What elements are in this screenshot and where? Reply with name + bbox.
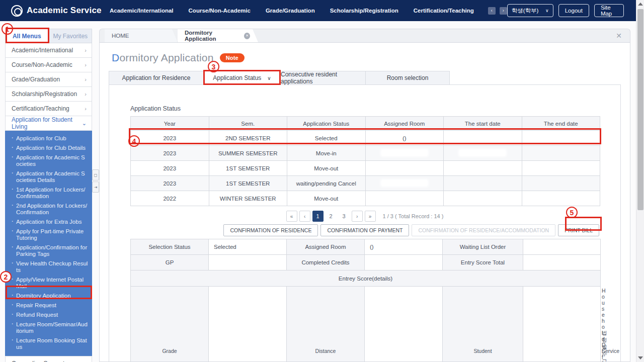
- confirmation-of-residence-button[interactable]: CONFIRMATION OF RESIDENCE: [223, 224, 318, 236]
- pagination-next-button[interactable]: ›: [352, 211, 363, 222]
- submenu-internet-postal-mail[interactable]: Apply/View Internet Postal Mail: [5, 275, 92, 291]
- chevron-right-icon: ›: [85, 360, 87, 362]
- page-scrollbar[interactable]: [636, 0, 644, 362]
- table-row[interactable]: 2023 SUMMER SEMESTER Move-in: [131, 146, 600, 161]
- scrollbar-thumb[interactable]: [637, 9, 643, 210]
- waiting-list-order-label: Waiting List Order: [443, 239, 523, 255]
- detail-grade-label: Grade: [131, 287, 209, 362]
- submenu-repair-request[interactable]: Repair Request: [5, 301, 92, 310]
- submenu-application-for-club-details[interactable]: Application for Club Details: [5, 143, 92, 153]
- pagination-page-3[interactable]: 3: [339, 211, 350, 222]
- sidebar-item-scholarship-registration[interactable]: Scholarship/Registration ›: [5, 87, 92, 102]
- chevron-down-icon: ∨: [545, 8, 549, 13]
- tab-application-status[interactable]: Application Status ∨: [204, 71, 281, 85]
- entry-score-total-value: [523, 255, 601, 270]
- waiting-list-order-value: [523, 239, 601, 255]
- detail-distance-label: Distance: [287, 287, 365, 362]
- topnav-course-non-academic[interactable]: Course/Non-Academic: [189, 8, 251, 14]
- cell-room: [365, 191, 444, 206]
- sidebar-tab-all-menus[interactable]: All Menus: [5, 29, 49, 43]
- topnav-grade-graduation[interactable]: Grade/Graduation: [266, 8, 315, 14]
- confirmation-of-payment-button[interactable]: CONFIRMATION OF PAYMENT: [320, 224, 409, 236]
- topnav-scholarship-registration[interactable]: Scholarship/Registration: [330, 8, 398, 14]
- cell-year: 2023: [131, 131, 209, 146]
- topnav-academic-international[interactable]: Academic/International: [110, 8, 174, 14]
- role-select[interactable]: 학생(학부) ∨: [507, 4, 553, 17]
- scroll-up-arrow-icon[interactable]: [638, 3, 643, 6]
- note-badge[interactable]: Note: [220, 53, 245, 62]
- cell-status: Selected: [287, 131, 366, 146]
- cell-start: [444, 161, 522, 176]
- submenu-2nd-application-lockers[interactable]: 2nd Application for Lockers/Confirmation: [5, 201, 92, 217]
- chevron-right-icon: ›: [85, 76, 87, 82]
- submenu-1st-application-lockers[interactable]: 1st Application for Lockers/Confirmation: [5, 185, 92, 201]
- role-select-value: 학생(학부): [512, 7, 539, 15]
- sidebar-item-label: Application for Student Living: [12, 116, 82, 130]
- topnav-certification-teaching[interactable]: Certification/Teaching: [414, 8, 474, 14]
- pagination-last-button[interactable]: »: [365, 211, 376, 222]
- tab-home[interactable]: HOME: [105, 29, 178, 42]
- submenu-health-checkup-results[interactable]: View Health Checkup Results: [5, 259, 92, 275]
- submenu-lecture-room-seminar-auditorium[interactable]: Lecture Room/Seminar/Auditorium: [5, 320, 92, 336]
- sitemap-button[interactable]: Site Map: [594, 4, 624, 17]
- submenu-application-extra-jobs[interactable]: Application for Extra Jobs: [5, 217, 92, 227]
- pagination-first-button[interactable]: «: [286, 211, 297, 222]
- sidebar-item-course-non-academic[interactable]: Course/Non-Academic ›: [5, 58, 92, 72]
- submenu-parking-tags[interactable]: Application/Confirmation for Parking Tag…: [5, 243, 92, 259]
- sidebar-item-counseling-support[interactable]: Counseling Support ›: [5, 356, 92, 362]
- sidebar-item-certification-teaching[interactable]: Certification/Teaching ›: [5, 102, 92, 116]
- submenu-application-academic-societies[interactable]: Application for Academic Societies: [5, 153, 92, 169]
- cell-start: [444, 191, 522, 206]
- submenu-lecture-room-booking-status[interactable]: Lecture Room Booking Status: [5, 336, 92, 352]
- tab-close-icon[interactable]: ✕: [244, 33, 250, 39]
- col-application-status: Application Status: [287, 117, 366, 131]
- selection-status-label: Selection Status: [131, 239, 209, 255]
- detail-student-label: Student: [443, 287, 523, 362]
- redacted-value: [381, 180, 428, 186]
- nav-scroll-left-icon[interactable]: ‹: [488, 7, 496, 15]
- tab-dormitory-application[interactable]: Dormitory Application ✕: [178, 29, 258, 42]
- scroll-down-arrow-icon[interactable]: [638, 356, 643, 359]
- logout-button[interactable]: Logout: [558, 4, 589, 17]
- status-table-title: Application Status: [130, 105, 599, 112]
- brand-logo[interactable]: Academic Service: [0, 5, 101, 17]
- sidebar-item-application-student-living[interactable]: Application for Student Living ⌄: [5, 116, 92, 131]
- pagination-page-1[interactable]: 1: [312, 211, 324, 222]
- sidebar-item-label: Scholarship/Registration: [12, 90, 77, 98]
- pagination-prev-button[interactable]: ‹: [299, 211, 310, 222]
- submenu-application-academic-societies-details[interactable]: Application for Academic Societies Detai…: [5, 169, 92, 185]
- sidebar-item-label: Academic/International: [12, 47, 73, 54]
- brand-title: Academic Service: [27, 6, 102, 16]
- cell-sem: 1ST SEMESTER: [209, 176, 287, 191]
- table-row[interactable]: 2023 1ST SEMESTER waiting/pending Cancel: [131, 176, 600, 191]
- table-row[interactable]: 2022 WINTER SEMESTER Move-out: [131, 191, 600, 206]
- sidebar-collapse-button[interactable]: ◻: [92, 169, 99, 180]
- sidebar-pin-button[interactable]: ⇥: [92, 182, 99, 193]
- submenu-dormitory-application[interactable]: Dormitory Application: [5, 291, 92, 301]
- completed-credits-label: Completed Credits: [287, 255, 365, 270]
- cell-start: [444, 131, 522, 146]
- print-bill-button[interactable]: PRINT BILL: [558, 224, 599, 236]
- sidebar-item-academic-international[interactable]: Academic/International ›: [5, 43, 92, 58]
- close-icon[interactable]: ✕: [616, 32, 622, 40]
- pagination: « ‹ 1 2 3 › » 1 / 3 ( Total Record : 14 …: [130, 211, 599, 222]
- tab-consecutive-resident-applications[interactable]: Consecutive resident applications: [281, 71, 366, 85]
- cell-sem: WINTER SEMESTER: [209, 191, 287, 206]
- confirmation-of-residence-accommodation-button: CONFIRMATION OF RESIDENCE/ACCOMMODATION: [412, 224, 555, 236]
- submenu-refund-request[interactable]: Refund Request: [5, 310, 92, 320]
- redacted-value: [459, 165, 506, 171]
- selection-status-value: Selected: [209, 239, 287, 255]
- tab-application-for-residence[interactable]: Application for Residence: [109, 71, 204, 85]
- sidebar-item-grade-graduation[interactable]: Grade/Graduation ›: [5, 72, 92, 87]
- nav-scroll-right-icon[interactable]: ›: [500, 7, 507, 15]
- table-row[interactable]: 2023 2ND SEMESTER Selected (): [131, 131, 600, 146]
- submenu-apply-private-tutoring[interactable]: Apply for Part-time Private Tutoring: [5, 227, 92, 243]
- cell-room: [365, 146, 444, 161]
- pagination-page-2[interactable]: 2: [326, 211, 337, 222]
- tab-room-selection[interactable]: Room selection: [366, 71, 450, 85]
- table-row[interactable]: 2023 1ST SEMESTER Move-out: [131, 161, 600, 176]
- cell-room: (): [365, 131, 444, 146]
- assigned-room-label: Assigned Room: [287, 239, 365, 255]
- submenu-application-for-club[interactable]: Application for Club: [5, 134, 92, 143]
- sidebar-tab-my-favorites[interactable]: My Favorites: [49, 29, 93, 43]
